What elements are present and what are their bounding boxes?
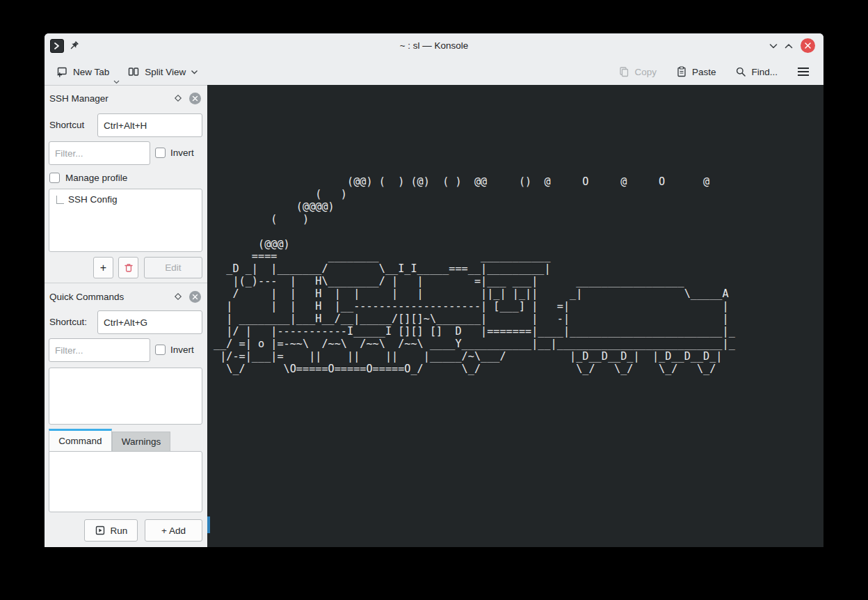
manage-profile-checkbox[interactable]	[49, 173, 60, 183]
terminal-scrollbar-thumb[interactable]	[207, 516, 210, 533]
ssh-invert-label: Invert	[170, 148, 194, 158]
qc-shortcut-input[interactable]	[97, 310, 202, 334]
tab-command-label: Command	[58, 436, 102, 446]
copy-label: Copy	[634, 67, 657, 77]
trash-icon	[123, 262, 134, 274]
new-tab-button[interactable]: New Tab	[51, 63, 113, 81]
paste-label: Paste	[692, 67, 716, 77]
new-tab-icon	[56, 65, 68, 78]
run-icon	[95, 525, 106, 536]
hamburger-icon	[797, 67, 810, 77]
ascii-train: (@@) ( ) (@) ( ) @@ () @ O @ O @ ( ) (@@…	[214, 176, 735, 376]
main-content: SSH Manager Shortcut Invert Manage profi…	[45, 85, 823, 547]
search-icon	[735, 66, 746, 77]
panel-separator	[45, 283, 207, 283]
toolbar: New Tab Split View Copy	[45, 58, 823, 85]
close-panel-icon[interactable]	[189, 93, 201, 104]
ssh-edit-button: Edit	[144, 257, 202, 278]
ssh-shortcut-input[interactable]	[97, 113, 202, 137]
run-label: Run	[111, 526, 128, 536]
desktop: ~ : sl — Konsole New Tab	[0, 0, 868, 600]
tab-warnings-label: Warnings	[122, 436, 161, 447]
split-view-button[interactable]: Split View	[123, 63, 202, 81]
float-panel-icon[interactable]	[174, 94, 182, 102]
qc-filter-input[interactable]	[49, 338, 150, 362]
window-title: ~ : sl — Konsole	[45, 33, 823, 58]
konsole-app-icon	[50, 39, 64, 53]
ssh-add-button[interactable]: +	[93, 257, 113, 278]
qc-invert-label: Invert	[170, 345, 194, 355]
quick-commands-header: Quick Commands	[45, 287, 207, 306]
qc-shortcut-label: Shortcut:	[49, 317, 87, 327]
close-panel-icon[interactable]	[189, 291, 201, 303]
find-button[interactable]: Find...	[731, 63, 782, 80]
copy-button: Copy	[614, 63, 661, 80]
tree-item-ssh-config[interactable]: SSH Config	[68, 194, 118, 205]
add-label: + Add	[161, 526, 186, 536]
new-tab-dropdown-icon	[113, 80, 120, 84]
paste-icon	[676, 66, 687, 77]
quick-commands-title: Quick Commands	[49, 292, 174, 302]
terminal-area[interactable]: (@@) ( ) (@) ( ) @@ () @ O @ O @ ( ) (@@…	[207, 85, 823, 547]
ssh-manager-header: SSH Manager	[45, 88, 207, 108]
qc-command-list[interactable]	[49, 368, 202, 425]
sidebar: SSH Manager Shortcut Invert Manage profi…	[45, 85, 207, 547]
add-command-button[interactable]: + Add	[145, 519, 202, 542]
ssh-delete-button[interactable]	[118, 257, 138, 278]
ssh-tree: SSH Config	[49, 189, 202, 252]
float-panel-icon[interactable]	[174, 292, 182, 301]
plus-icon: +	[100, 262, 106, 274]
qc-invert-checkbox[interactable]	[155, 345, 166, 355]
manage-profile-label: Manage profile	[65, 173, 127, 183]
tab-command[interactable]: Command	[49, 429, 112, 451]
ssh-edit-label: Edit	[165, 262, 181, 273]
pin-icon[interactable]	[68, 40, 79, 52]
tree-branch-icon	[56, 196, 64, 204]
split-view-label: Split View	[145, 67, 186, 77]
close-button[interactable]	[801, 38, 815, 53]
titlebar[interactable]: ~ : sl — Konsole	[45, 33, 823, 58]
ssh-shortcut-label: Shortcut	[49, 120, 84, 130]
copy-icon	[618, 66, 629, 77]
find-label: Find...	[751, 67, 778, 77]
tab-warnings[interactable]: Warnings	[112, 432, 170, 451]
ssh-invert-checkbox[interactable]	[155, 148, 166, 158]
maximize-button[interactable]	[783, 40, 794, 52]
hamburger-menu-button[interactable]	[793, 64, 814, 79]
ssh-manager-title: SSH Manager	[49, 93, 174, 104]
new-tab-label: New Tab	[73, 67, 109, 77]
konsole-window: ~ : sl — Konsole New Tab	[45, 33, 823, 547]
ssh-filter-input[interactable]	[49, 141, 150, 165]
run-button[interactable]: Run	[84, 519, 138, 542]
split-view-icon	[127, 65, 140, 78]
qc-command-editor[interactable]	[49, 451, 202, 512]
split-view-chevron-icon	[191, 70, 198, 74]
paste-button[interactable]: Paste	[672, 63, 721, 80]
minimize-button[interactable]	[768, 40, 779, 52]
